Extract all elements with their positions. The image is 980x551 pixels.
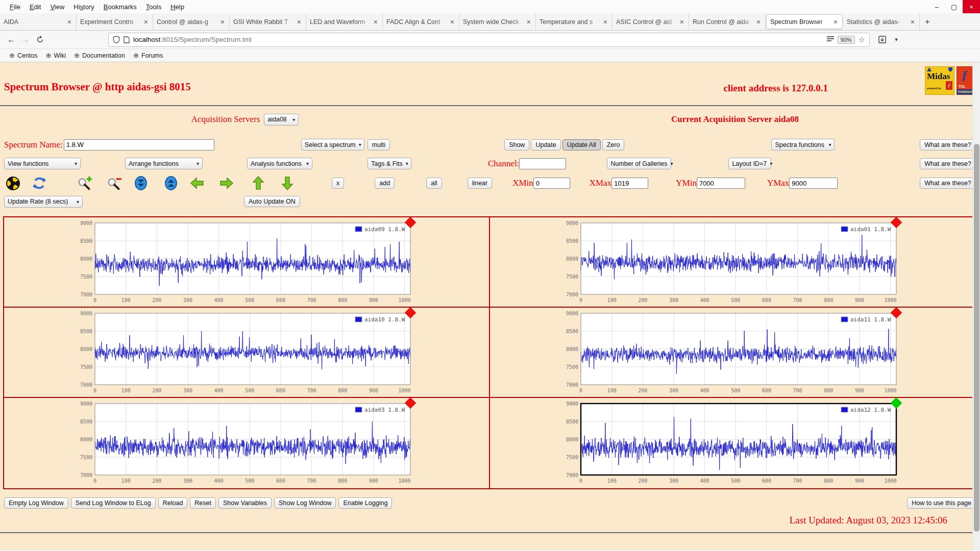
- tab-close-icon[interactable]: ×: [832, 18, 839, 26]
- shield-icon[interactable]: [113, 36, 120, 43]
- bookmark-forums[interactable]: ⊕Forums: [129, 51, 167, 60]
- update-all-button[interactable]: Update All: [562, 139, 601, 151]
- tab-close-icon[interactable]: ×: [679, 18, 685, 26]
- tcl-powered-logo[interactable]: ƒ TCL POWERED: [957, 66, 974, 95]
- browser-tab[interactable]: FADC Align & Cont×: [383, 13, 459, 30]
- analysis-functions-select[interactable]: Analysis functions▾: [247, 158, 312, 169]
- tab-close-icon[interactable]: ×: [219, 18, 226, 26]
- ymax-input[interactable]: [789, 178, 838, 189]
- menu-history[interactable]: History: [69, 2, 99, 12]
- midas-logo[interactable]: Midas powered byƒ: [925, 66, 954, 95]
- new-tab-button[interactable]: +: [920, 13, 935, 30]
- spectrum-chart[interactable]: 7000750080008500900001002003004005006007…: [72, 310, 414, 396]
- ymin-input[interactable]: [697, 178, 745, 189]
- reload-button[interactable]: Reload: [158, 497, 188, 509]
- spectrum-chart[interactable]: 7000750080008500900001002003004005006007…: [558, 310, 900, 396]
- show-log-window-button[interactable]: Show Log Window: [274, 497, 336, 509]
- reader-mode-icon[interactable]: [827, 36, 834, 43]
- send-log-window-to-elog-button[interactable]: Send Log Window to ELog: [71, 497, 156, 509]
- what-are-these-button[interactable]: What are these?: [920, 158, 976, 169]
- tab-close-icon[interactable]: ×: [755, 18, 762, 26]
- zoom-out-icon[interactable]: [107, 176, 122, 191]
- xmin-input[interactable]: [533, 178, 570, 189]
- radiation-icon[interactable]: [5, 176, 20, 191]
- scrollbar[interactable]: [972, 62, 980, 550]
- browser-tab[interactable]: Control @ aidas-g×: [153, 13, 230, 30]
- save-to-library-icon[interactable]: [875, 33, 889, 47]
- arrange-functions-select[interactable]: Arrange functions▾: [125, 158, 203, 169]
- menu-edit[interactable]: Edit: [25, 2, 45, 12]
- multi-button[interactable]: multi: [368, 139, 390, 151]
- browser-tab[interactable]: Experiment Contro×: [77, 13, 153, 30]
- bookmark-centos[interactable]: ⊕Centos: [5, 51, 42, 60]
- scroll-up-icon[interactable]: [163, 176, 179, 191]
- browser-tab[interactable]: Statistics @ aidas-×: [843, 13, 920, 30]
- auto-update-button[interactable]: Auto Update ON: [244, 196, 300, 207]
- tab-close-icon[interactable]: ×: [526, 18, 532, 26]
- browser-tab[interactable]: Temperature and s×: [536, 13, 612, 30]
- menu-file[interactable]: File: [5, 2, 25, 12]
- spectrum-chart[interactable]: 7000750080008500900001002003004005006007…: [72, 400, 414, 486]
- browser-tab[interactable]: LED and Waveform×: [306, 13, 383, 30]
- back-button[interactable]: ←: [4, 33, 18, 47]
- spectrum-chart[interactable]: 7000750080008500900001002003004005006007…: [72, 220, 414, 306]
- view-functions-select[interactable]: View functions▾: [4, 158, 81, 169]
- select-spectrum-select[interactable]: Select a spectrum▾: [301, 139, 364, 151]
- bookmark-documentation[interactable]: ⊕Documentation: [70, 51, 129, 60]
- menu-tools[interactable]: Tools: [141, 2, 166, 12]
- browser-tab[interactable]: Spectrum Browser×: [766, 14, 843, 29]
- enable-logging-button[interactable]: Enable Logging: [338, 497, 392, 509]
- tab-close-icon[interactable]: ×: [602, 18, 608, 26]
- browser-tab[interactable]: System wide Check×: [459, 13, 536, 30]
- update-button[interactable]: Update: [531, 139, 560, 151]
- shift-left-icon[interactable]: [189, 176, 205, 191]
- menu-help[interactable]: Help: [166, 2, 189, 12]
- empty-log-window-button[interactable]: Empty Log Window: [4, 497, 68, 509]
- add-button[interactable]: add: [375, 178, 395, 189]
- spectrum-chart[interactable]: 7000750080008500900001002003004005006007…: [558, 400, 900, 486]
- tags-fits-select[interactable]: Tags & Fits▾: [368, 158, 411, 169]
- minimize-button[interactable]: –: [928, 0, 945, 13]
- menu-view[interactable]: View: [45, 2, 69, 12]
- maximize-button[interactable]: ▢: [945, 0, 963, 13]
- zoom-in-icon[interactable]: [77, 176, 92, 191]
- spectrum-name-input[interactable]: [64, 139, 214, 151]
- tab-close-icon[interactable]: ×: [373, 18, 379, 26]
- tab-close-icon[interactable]: ×: [296, 18, 302, 26]
- zoom-level-badge[interactable]: 90%: [838, 36, 855, 44]
- scroll-down-icon[interactable]: [133, 176, 149, 191]
- tab-close-icon[interactable]: ×: [143, 18, 149, 26]
- tab-close-icon[interactable]: ×: [66, 18, 72, 26]
- spectrum-chart[interactable]: 7000750080008500900001002003004005006007…: [558, 220, 900, 306]
- bookmark-wiki[interactable]: ⊕Wiki: [42, 51, 70, 60]
- number-of-galleries-select[interactable]: Number of Galleries▾: [607, 158, 671, 169]
- tab-close-icon[interactable]: ×: [449, 18, 455, 26]
- xmax-input[interactable]: [611, 178, 648, 189]
- channel-input[interactable]: [519, 158, 566, 169]
- tab-close-icon[interactable]: ×: [910, 18, 916, 26]
- shift-up-icon[interactable]: [251, 176, 266, 191]
- refresh-icon[interactable]: [32, 176, 47, 191]
- linear-button[interactable]: linear: [468, 178, 493, 189]
- reload-button[interactable]: [33, 33, 47, 47]
- spectra-functions-select[interactable]: Spectra functions▾: [771, 139, 835, 151]
- update-rate-select[interactable]: Update Rate (8 secs)▾: [4, 196, 83, 208]
- browser-tab[interactable]: GSI White Rabbit T×: [230, 13, 306, 30]
- close-button[interactable]: ×: [963, 0, 980, 13]
- browser-tab[interactable]: Run Control @ aida×: [689, 13, 766, 30]
- what-are-these-button[interactable]: What are these?: [920, 139, 976, 151]
- menu-bookmarks[interactable]: Bookmarks: [99, 2, 141, 12]
- bookmark-star-icon[interactable]: ☆: [859, 35, 865, 44]
- scrollbar-thumb[interactable]: [974, 144, 979, 532]
- shift-right-icon[interactable]: [219, 176, 234, 191]
- acquisition-server-select[interactable]: aida08▾: [264, 114, 299, 126]
- what-are-these-button[interactable]: What are these?: [920, 178, 976, 189]
- layout-id-select[interactable]: Layout ID=7▾: [728, 158, 771, 169]
- url-bar[interactable]: localhost:8015/Spectrum/Spectrum.tml 90%…: [108, 33, 870, 47]
- x-button[interactable]: x: [332, 178, 344, 189]
- shift-down-icon[interactable]: [280, 176, 295, 191]
- reset-button[interactable]: Reset: [190, 497, 216, 509]
- zero-button[interactable]: Zero: [602, 139, 625, 151]
- show-button[interactable]: Show: [504, 139, 529, 151]
- browser-tab[interactable]: AIDA×: [0, 13, 77, 30]
